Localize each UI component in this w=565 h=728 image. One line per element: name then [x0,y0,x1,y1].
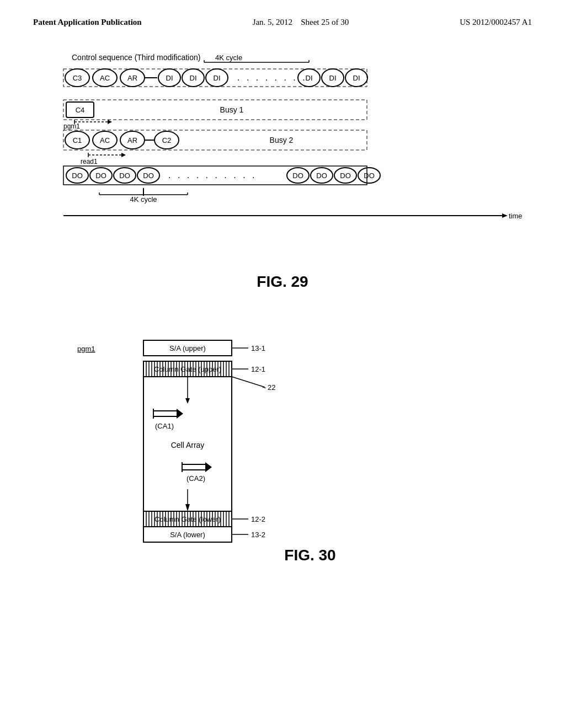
read1-arrowhead [121,153,126,157]
do-label-5: DO [292,172,303,180]
di-label-6: DI [353,74,360,82]
fig30-svg: pgm1 S/A (upper) 13-1 Column Gate (upper… [33,302,419,561]
do-label-8: DO [364,172,375,180]
ref22-line [232,377,265,387]
main-content: Control sequence (Third modification) 4K… [0,34,565,597]
do-label-2: DO [95,172,106,180]
di-label-2: DI [190,74,197,82]
ca2-arrowhead [205,462,212,472]
pgm1-arrowhead [108,120,112,124]
c3-label: C3 [73,74,82,82]
ca2-label: (CA2) [186,474,205,483]
diagram-title: Control sequence (Third modification) [72,53,200,62]
sa-lower-label: S/A (lower) [170,531,205,539]
ar-label-1: AR [127,74,137,82]
fig29-svg: Control sequence (Third modification) 4K… [33,45,530,287]
do-label-3: DO [119,172,130,180]
do-label-6: DO [316,172,327,180]
publication-title: Patent Application Publication [33,17,142,28]
di-label-3: DI [214,74,221,82]
publication-number: US 2012/0002457 A1 [460,17,532,28]
col-gate-lower-label: Column Gate (lower) [154,515,221,523]
read1-text: read1 [81,158,98,165]
di-label-5: DI [329,74,337,82]
4k-cycle-top-label: 4K cycle [215,53,242,62]
di-label-4: DI [306,74,313,82]
c1-label: C1 [73,136,82,144]
pgm1-fig30-label: pgm1 [77,345,95,353]
time-label: time [509,212,523,220]
ref13-1-label: 13-1 [251,344,265,352]
ref22-tilde: ~ [262,383,266,392]
c4-label: C4 [76,106,85,114]
publication-date-sheet: Jan. 5, 2012 Sheet 25 of 30 [253,17,349,28]
dots-1: . . . . . . . . [237,73,307,82]
4k-cycle-bottom-label: 4K cycle [130,195,157,204]
di-label-1: DI [166,74,173,82]
pgm1-text: pgm1 [63,122,80,130]
fig29-diagram-container: Control sequence (Third modification) 4K… [33,45,532,291]
arrow-down-1-head [185,398,190,404]
ca1-label: (CA1) [155,422,174,430]
do-label-4: DO [143,172,154,180]
ref12-1-label: 12-1 [251,365,265,373]
do-label-7: DO [340,172,351,180]
busy2-label: Busy 2 [270,136,294,144]
page-header: Patent Application Publication Jan. 5, 2… [0,0,565,34]
do-label-1: DO [72,172,83,180]
ca1-arrowhead [177,409,183,419]
ref22-label: 22 [268,383,275,392]
busy1-label: Busy 1 [220,105,244,114]
sa-upper-label: S/A (upper) [169,344,206,352]
arrow-down-2-head [185,504,190,511]
time-arrowhead [502,213,508,218]
dots-row4: . . . . . . . . . . [168,170,257,180]
fig30-diagram-container: pgm1 S/A (upper) 13-1 Column Gate (upper… [33,302,532,564]
ref12-2-label: 12-2 [251,515,265,523]
ac-label-3: AC [100,136,110,144]
ref13-2-label: 13-2 [251,531,265,539]
ar-label-3: AR [127,136,137,144]
cell-array-label: Cell Array [171,441,205,449]
ac-label-1: AC [100,74,110,82]
c2-label: C2 [162,136,172,144]
row2-dashed-box [63,100,367,120]
